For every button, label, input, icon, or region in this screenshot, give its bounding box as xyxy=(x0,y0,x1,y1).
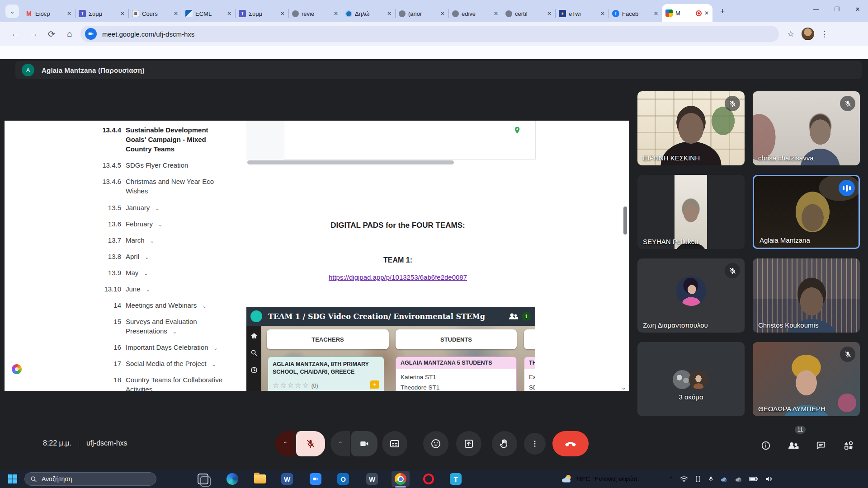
tab-close-icon[interactable]: ✕ xyxy=(174,10,178,17)
horizontal-scrollbar[interactable] xyxy=(247,160,454,164)
maximize-button[interactable]: ❐ xyxy=(826,0,847,18)
zoom-app-icon[interactable] xyxy=(309,473,322,485)
browser-tab[interactable]: Δηλώ ✕ xyxy=(342,5,395,22)
toc-item[interactable]: 14 Meetings and Webinars⌄ xyxy=(72,300,226,311)
clock-icon[interactable] xyxy=(250,366,258,374)
column-header-students[interactable]: STUDENTS xyxy=(396,329,517,349)
url-bar[interactable]: meet.google.com/ufj-dscm-hxs xyxy=(80,26,779,42)
weather-widget[interactable]: 16°C Έντονες νεφώσ. xyxy=(561,470,639,488)
partial-card[interactable]: TH ST Ea SD xyxy=(524,357,535,391)
browser-tab[interactable]: T Συμμ ✕ xyxy=(75,5,128,22)
digipad-link[interactable]: https://digipad.app/p/1013253/6ab6fe2de0… xyxy=(271,273,524,281)
speaker-icon[interactable] xyxy=(764,475,773,483)
browser-menu-icon[interactable]: ⋮ xyxy=(821,29,828,39)
home-icon[interactable] xyxy=(250,332,258,339)
tab-close-icon[interactable]: ✕ xyxy=(227,10,231,17)
browser-tab[interactable]: ▤ Cours ✕ xyxy=(128,5,182,22)
chevron-down-icon[interactable]: ⌄ xyxy=(150,236,154,246)
toc-item[interactable]: 13.10 June⌄ xyxy=(72,284,226,295)
end-call-button[interactable] xyxy=(552,431,589,456)
browser-tab[interactable]: M Εισερ ✕ xyxy=(22,5,75,22)
more-options-button[interactable] xyxy=(524,433,546,455)
opera-icon[interactable] xyxy=(422,473,435,485)
mic-options-chevron[interactable]: ⌃ xyxy=(275,431,295,456)
chevron-down-icon[interactable]: ⌄ xyxy=(146,285,150,295)
browser-tab[interactable]: edive ✕ xyxy=(448,5,502,22)
tab-search-chevron-icon[interactable]: ⌄ xyxy=(5,5,19,18)
raise-hand-button[interactable] xyxy=(492,431,517,456)
chat-panel-icon[interactable] xyxy=(811,436,831,455)
toc-item[interactable]: 13.4.5 SDGs Flyer Creation xyxy=(72,160,226,170)
mic-muted-button[interactable] xyxy=(296,431,325,456)
chevron-down-icon[interactable]: ⌄ xyxy=(144,269,148,278)
activities-icon[interactable] xyxy=(839,436,859,455)
browser-tab[interactable]: M ✕ xyxy=(662,4,712,22)
toc-item[interactable]: 13.7 March⌄ xyxy=(72,235,226,246)
toc-item[interactable]: 16 Important Days Celebration⌄ xyxy=(72,343,226,353)
toc-item[interactable]: 13.5 January⌄ xyxy=(72,203,226,213)
toc-item[interactable]: 13.4.4 Sustainable Development Goals' Ca… xyxy=(72,125,226,154)
browser-tab[interactable]: (anor ✕ xyxy=(395,5,448,22)
forward-icon[interactable]: → xyxy=(24,29,42,39)
chevron-down-icon[interactable]: ⌄ xyxy=(202,301,206,311)
shared-document-window[interactable]: 13.4.4 Sustainable Development Goals' Ca… xyxy=(5,121,629,391)
reload-icon[interactable]: ⟳ xyxy=(42,29,61,39)
camera-options-chevron[interactable]: ⌃ xyxy=(330,431,350,456)
comment-add-icon[interactable]: + xyxy=(370,380,379,389)
students-card[interactable]: AGLAIA MANTZANA 5 STUDENTS Katerina ST1 … xyxy=(396,357,517,391)
participant-tile[interactable]: ΕΙΡΗΝΗ ΚΕΣΚΙΝΗ xyxy=(637,91,745,165)
star-rating[interactable]: ☆☆☆☆☆(0) xyxy=(273,381,379,389)
column-header-teachers[interactable]: TEACHERS xyxy=(267,329,389,349)
browser-tab[interactable]: revie ✕ xyxy=(288,5,342,22)
w-app-icon[interactable]: W xyxy=(366,473,378,485)
tab-close-icon[interactable]: ✕ xyxy=(494,10,498,17)
bookmark-star-icon[interactable]: ☆ xyxy=(787,29,794,39)
browser-tab[interactable]: T Συμμ ✕ xyxy=(235,5,288,22)
tray-mic-icon[interactable] xyxy=(708,475,714,483)
search-icon[interactable] xyxy=(250,349,258,357)
present-button[interactable] xyxy=(456,431,481,456)
home-icon[interactable]: ⌂ xyxy=(61,29,79,39)
minimize-button[interactable]: — xyxy=(806,0,826,18)
start-button-icon[interactable] xyxy=(7,474,18,484)
task-view-icon[interactable] xyxy=(197,473,209,485)
wifi-icon[interactable] xyxy=(680,476,688,482)
browser-tab[interactable]: ECML ✕ xyxy=(182,5,235,22)
browser-tab[interactable]: f Faceb ✕ xyxy=(609,5,662,22)
toc-item[interactable]: 15 Surveys and Evaluation Presentations⌄ xyxy=(72,317,226,337)
participant-tile[interactable]: Ζωη Διαμαντοπουλου xyxy=(637,258,745,333)
tab-close-icon[interactable]: ✕ xyxy=(654,10,658,17)
reactions-button[interactable] xyxy=(423,431,448,456)
browser-tab[interactable]: ✶ eTwi ✕ xyxy=(555,5,609,22)
digipad-embed[interactable]: TEAM 1 / SDG Video Creation/ Environment… xyxy=(246,307,535,391)
battery-icon[interactable] xyxy=(749,476,758,482)
chevron-down-icon[interactable]: ⌄ xyxy=(158,220,162,230)
chrome-icon[interactable] xyxy=(394,473,407,485)
tab-close-icon[interactable]: ✕ xyxy=(120,10,125,17)
file-explorer-icon[interactable] xyxy=(254,473,266,485)
vertical-scrollbar-thumb[interactable] xyxy=(623,206,627,235)
taskbar-search-input[interactable]: Αναζήτηση xyxy=(24,472,156,486)
participant-tile[interactable]: ΘΕΟΔΩΡΑ ΛΥΜΠΕΡΗ xyxy=(753,342,860,416)
toc-item[interactable]: 13.9 May⌄ xyxy=(72,268,226,278)
column-header-partial[interactable] xyxy=(524,329,535,349)
back-icon[interactable]: ← xyxy=(6,29,24,39)
window-close-button[interactable]: ✕ xyxy=(847,0,868,18)
browser-profile-avatar[interactable] xyxy=(802,28,814,40)
camera-button[interactable] xyxy=(351,431,377,456)
chevron-down-icon[interactable]: ⌄ xyxy=(212,360,216,369)
scroll-down-chevron-icon[interactable]: ⌄ xyxy=(621,384,626,391)
overflow-tile[interactable]: 3 ακόμα xyxy=(637,342,745,416)
toc-item[interactable]: 13.4.6 Christmas and New Year Eco Wishes xyxy=(72,177,226,196)
tab-close-icon[interactable]: ✕ xyxy=(280,10,285,17)
chevron-down-icon[interactable]: ⌄ xyxy=(145,253,149,262)
edge-icon[interactable] xyxy=(226,473,239,485)
tab-close-icon[interactable]: ✕ xyxy=(387,10,392,17)
toc-item[interactable]: 18 Country Teams for Collaborative Activ… xyxy=(72,375,226,391)
toc-item[interactable]: 13.8 April⌄ xyxy=(72,252,226,262)
new-tab-button[interactable]: + xyxy=(716,5,729,18)
captions-button[interactable] xyxy=(382,431,407,456)
toc-item[interactable]: 17 Social Media of the Project⌄ xyxy=(72,359,226,369)
camera-sharing-icon[interactable] xyxy=(85,28,97,40)
tab-close-icon[interactable]: ✕ xyxy=(547,10,552,17)
